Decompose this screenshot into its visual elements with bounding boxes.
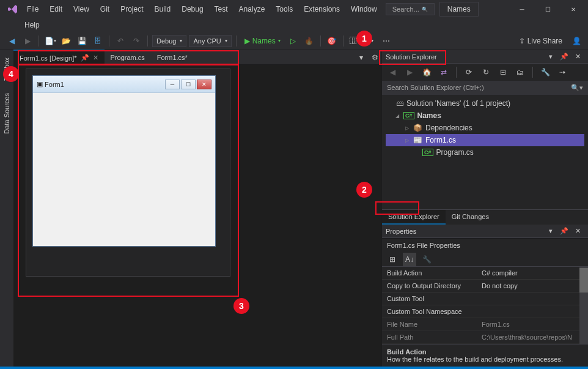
refresh-icon[interactable]: ↻	[479, 65, 493, 79]
prop-row-full-path[interactable]: Full PathC:\Users\thrak\source\repos\N	[382, 331, 588, 344]
nav-back-button[interactable]: ◀	[5, 34, 18, 48]
menu-build[interactable]: Build	[150, 2, 176, 16]
tree-form1[interactable]: ▷📰 Form1.cs	[386, 134, 584, 146]
props-scrollbar[interactable]	[579, 267, 588, 344]
more-icon[interactable]: ⇢	[556, 65, 569, 79]
tree-dependencies[interactable]: ▷📦 Dependencies	[386, 122, 584, 134]
menu-git[interactable]: Git	[95, 2, 114, 16]
prop-row-custom-tool[interactable]: Custom Tool	[382, 293, 588, 305]
categorize-icon[interactable]: ⊞	[386, 253, 399, 266]
prop-desc-title: Build Action	[387, 348, 426, 356]
account-icon[interactable]: 👤	[570, 34, 583, 48]
search-input[interactable]: Search...🔍	[386, 3, 435, 15]
solution-search-input[interactable]: Search Solution Explorer (Ctrl+;)🔍▾	[382, 81, 588, 95]
props-pin-icon[interactable]: 📌	[557, 225, 571, 238]
close-button[interactable]: ✕	[561, 0, 586, 18]
datasources-tab[interactable]: Data Sources	[1, 89, 12, 138]
undo-icon[interactable]: ↶	[114, 34, 127, 48]
start-no-debug-button[interactable]: ▷	[287, 34, 300, 48]
show-all-icon[interactable]: 🗂	[513, 65, 527, 79]
prop-wrench-icon[interactable]: 🔧	[420, 253, 433, 266]
prop-row-build-action[interactable]: Build ActionC# compiler	[382, 267, 588, 280]
props-options-icon[interactable]: ▾	[544, 225, 557, 238]
alpha-icon[interactable]: A↓	[403, 253, 416, 266]
active-files-dropdown-icon[interactable]: ▾	[355, 51, 368, 64]
minimize-button[interactable]: ─	[510, 0, 534, 18]
search-lens-icon: 🔍	[422, 7, 428, 12]
solution-name: Names	[439, 2, 479, 17]
window-options-icon[interactable]: ▾	[544, 50, 557, 64]
hot-reload-icon[interactable]: 🔥	[303, 34, 316, 48]
open-icon[interactable]: 📂	[59, 34, 73, 48]
wrench-icon[interactable]: 🔧	[538, 65, 552, 79]
maximize-button[interactable]: ☐	[535, 0, 560, 18]
se-back-icon[interactable]: ◀	[386, 65, 399, 79]
new-project-icon[interactable]: 📄▾	[43, 34, 57, 48]
menu-debug[interactable]: Debug	[177, 2, 208, 16]
collapse-icon[interactable]: ⊟	[496, 65, 510, 79]
tree-project[interactable]: ◢C# Names	[386, 110, 584, 122]
menu-edit[interactable]: Edit	[45, 2, 67, 16]
share-icon[interactable]: ⇪ Live Share	[514, 34, 567, 48]
prop-row-custom-tool-ns[interactable]: Custom Tool Namespace	[382, 305, 588, 318]
close-panel-icon[interactable]: ✕	[571, 50, 584, 64]
menu-window[interactable]: Window	[346, 2, 382, 16]
home-icon[interactable]: 🏠	[420, 65, 433, 79]
callout-1: 1	[356, 31, 372, 47]
menu-extensions[interactable]: Extensions	[299, 2, 345, 16]
pin-panel-icon[interactable]: 📌	[557, 50, 571, 64]
menu-view[interactable]: View	[68, 2, 94, 16]
config-dropdown[interactable]: Debug▾	[152, 35, 186, 47]
btab-git-changes[interactable]: Git Changes	[446, 210, 495, 225]
menu-project[interactable]: Project	[116, 2, 148, 16]
redo-icon[interactable]: ↷	[130, 34, 143, 48]
vs-logo	[6, 3, 18, 15]
props-close-icon[interactable]: ✕	[571, 225, 584, 238]
menu-test[interactable]: Test	[210, 2, 233, 16]
callout-4: 4	[3, 66, 19, 82]
switch-icon[interactable]: ⇄	[437, 65, 450, 79]
nav-fwd-button[interactable]: ▶	[21, 34, 34, 48]
props-subject: Form1.cs File Properties	[382, 238, 588, 252]
menu-help[interactable]: Help	[20, 18, 45, 32]
search-icon: 🔍▾	[571, 84, 583, 92]
sync-icon[interactable]: ⟳	[462, 65, 476, 79]
menu-file[interactable]: File	[22, 2, 43, 16]
menu-analyze[interactable]: Analyze	[234, 2, 270, 16]
menu-tools[interactable]: Tools	[271, 2, 298, 16]
prop-row-file-name[interactable]: File NameForm1.cs	[382, 318, 588, 331]
dots-icon[interactable]: ⋯	[380, 34, 393, 48]
se-fwd-icon[interactable]: ▶	[403, 65, 416, 79]
callout-3: 3	[233, 298, 249, 314]
prop-desc-text: How the file relates to the build and de…	[387, 356, 563, 363]
callout-2: 2	[356, 182, 372, 198]
save-all-icon[interactable]: 🗄	[91, 34, 105, 48]
save-icon[interactable]: 💾	[75, 34, 89, 48]
platform-dropdown[interactable]: Any CPU▾	[189, 35, 231, 47]
start-button[interactable]: ▶ Names ▾	[241, 34, 284, 48]
tree-program[interactable]: C# Program.cs	[386, 146, 584, 158]
tree-solution-root[interactable]: 🗃 Solution 'Names' (1 of 1 project)	[386, 97, 584, 110]
properties-title: Properties	[386, 228, 544, 235]
prop-row-copy[interactable]: Copy to Output DirectoryDo not copy	[382, 280, 588, 293]
inspect-icon[interactable]: 🎯	[325, 34, 339, 48]
